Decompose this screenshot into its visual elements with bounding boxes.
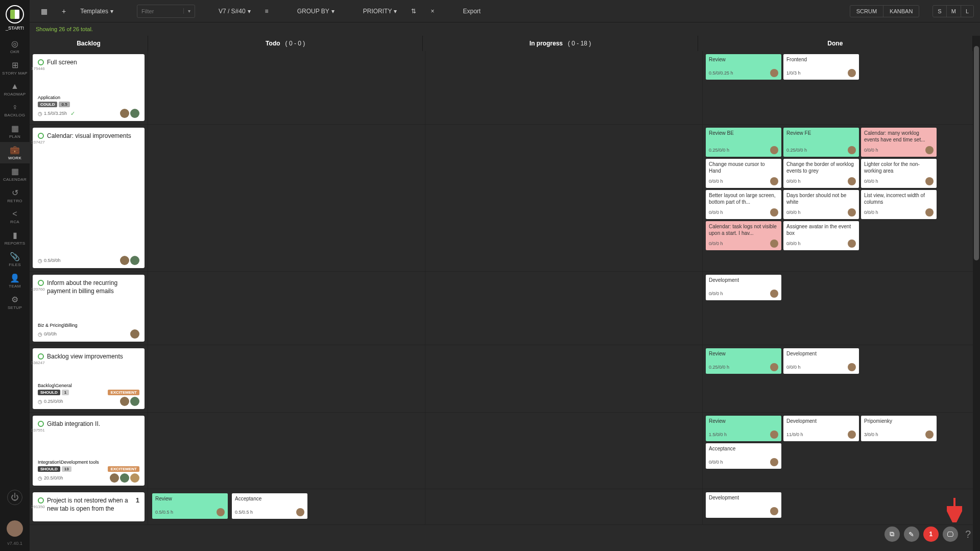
task-card[interactable]: Development11/0/0 h xyxy=(783,416,859,441)
task-avatar[interactable] xyxy=(770,290,778,298)
nav-calendar[interactable]: ▦CALENDAR xyxy=(0,163,30,185)
task-avatar[interactable] xyxy=(848,239,856,248)
task-avatar[interactable] xyxy=(848,430,856,439)
app-logo[interactable] xyxy=(6,5,24,23)
assignee-avatar[interactable] xyxy=(130,109,139,118)
task-card[interactable]: Development0/0/0 h xyxy=(783,348,859,374)
priority-dropdown[interactable]: PRIORITY ▾ xyxy=(358,5,402,18)
task-avatar[interactable] xyxy=(925,208,934,217)
task-card[interactable]: Better layout on large screen, bottom pa… xyxy=(706,190,781,219)
nav-okr[interactable]: ◎OKR xyxy=(0,36,30,57)
task-card[interactable]: Development xyxy=(706,492,781,518)
assignee-avatar[interactable] xyxy=(130,473,139,483)
task-card[interactable]: Review0.5/0/0.25 h xyxy=(706,54,781,80)
assignee-avatar[interactable] xyxy=(130,329,139,339)
task-card[interactable]: Review0.5/0.5 h xyxy=(152,493,228,519)
add-button[interactable]: + xyxy=(57,4,71,18)
nav-backlog[interactable]: ♀BACKLOG xyxy=(0,100,30,121)
task-card[interactable]: List view, incorrect width of columns0/0… xyxy=(861,190,937,219)
assignee-avatar[interactable] xyxy=(130,397,139,406)
fab-edit[interactable]: ✎ xyxy=(904,526,919,542)
size-l[interactable]: L xyxy=(961,6,973,17)
backlog-card[interactable]: Full screen 175446 Application COULD0.5 … xyxy=(33,54,145,121)
nav-files[interactable]: 📎FILES xyxy=(0,249,30,270)
filter-dropdown[interactable]: ▾ xyxy=(183,8,195,14)
groupby-dropdown[interactable]: GROUP BY ▾ xyxy=(292,5,340,18)
clear-sort[interactable]: × xyxy=(425,5,439,18)
task-card[interactable]: Review BE0.25/0/0 h xyxy=(706,128,781,157)
user-avatar[interactable] xyxy=(7,520,23,537)
task-avatar[interactable] xyxy=(770,458,778,466)
task-avatar[interactable] xyxy=(770,430,778,439)
task-avatar[interactable] xyxy=(770,177,778,185)
assignee-avatar[interactable] xyxy=(120,397,129,406)
task-card[interactable]: Lighter color for the non-working area0/… xyxy=(861,159,937,188)
task-avatar[interactable] xyxy=(770,239,778,248)
size-m[interactable]: M xyxy=(946,6,961,17)
task-avatar[interactable] xyxy=(925,430,934,439)
backlog-card[interactable]: Gitlab integration II. 337551 Integratio… xyxy=(33,416,145,486)
task-card[interactable]: Review FE0.25/0/0 h xyxy=(783,128,859,157)
assignee-avatar[interactable] xyxy=(110,473,119,483)
sprint-settings[interactable]: ≡ xyxy=(260,5,274,18)
power-button[interactable]: ⏻ xyxy=(7,490,22,505)
templates-dropdown[interactable]: Templates ▾ xyxy=(75,5,118,18)
task-avatar[interactable] xyxy=(770,507,778,515)
task-avatar[interactable] xyxy=(848,69,856,77)
nav-reports[interactable]: ▮REPORTS xyxy=(0,227,30,249)
vertical-scrollbar[interactable] xyxy=(973,36,980,551)
assignee-avatar[interactable] xyxy=(120,109,129,118)
task-avatar[interactable] xyxy=(848,146,856,154)
sort-button[interactable]: ⇅ xyxy=(406,5,421,18)
task-card[interactable]: Acceptance0.5/0.5 h xyxy=(232,493,307,519)
nav-plan[interactable]: ▦PLAN xyxy=(0,121,30,142)
fab-present[interactable]: 🖵 xyxy=(943,526,958,542)
task-avatar[interactable] xyxy=(770,363,778,371)
nav-work[interactable]: 💼WORK xyxy=(0,142,30,163)
nav-team[interactable]: 👤TEAM xyxy=(0,270,30,292)
task-avatar[interactable] xyxy=(925,177,934,185)
backlog-card[interactable]: Inform about the recurring payment in bi… xyxy=(33,275,145,342)
task-card[interactable]: Pripomienky3/0/0 h xyxy=(861,416,937,441)
task-card[interactable]: Review1.5/0/0 h xyxy=(706,416,781,441)
task-card[interactable]: Acceptance0/0/0 h xyxy=(706,443,781,469)
backlog-card[interactable]: Project is not restored when a new tab i… xyxy=(33,492,145,521)
scroll-thumb[interactable] xyxy=(974,46,979,260)
task-avatar[interactable] xyxy=(770,146,778,154)
backlog-card[interactable]: Calendar: visual improvements 337427 0.5… xyxy=(33,128,145,268)
nav-retro[interactable]: ↺RETRO xyxy=(0,185,30,206)
kanban-tab[interactable]: KANBAN xyxy=(883,6,919,17)
task-avatar[interactable] xyxy=(770,69,778,77)
task-card[interactable]: Change the border of worklog events to g… xyxy=(783,159,859,188)
task-card[interactable]: Change mouse cursor to Hand0/0/0 h xyxy=(706,159,781,188)
task-avatar[interactable] xyxy=(848,363,856,371)
export-button[interactable]: Export xyxy=(458,5,486,18)
task-card[interactable]: Review0.25/0/0 h xyxy=(706,348,781,374)
help-button[interactable]: ? xyxy=(965,529,971,540)
nav-setup[interactable]: ⚙SETUP xyxy=(0,292,30,313)
assignee-avatar[interactable] xyxy=(120,256,129,265)
scrum-tab[interactable]: SCRUM xyxy=(850,6,883,17)
task-avatar[interactable] xyxy=(296,508,304,516)
task-card[interactable]: Calendar: task logs not visible upon a s… xyxy=(706,221,781,250)
assignee-avatar[interactable] xyxy=(120,473,129,483)
backlog-card[interactable]: Backlog view improvements 336247 Backlog… xyxy=(33,348,145,409)
nav-roadmap[interactable]: ▲ROADMAP xyxy=(0,79,30,100)
task-avatar[interactable] xyxy=(848,208,856,217)
task-card[interactable]: Assignee avatar in the event box0/0/0 h xyxy=(783,221,859,250)
task-avatar[interactable] xyxy=(770,208,778,217)
task-card[interactable]: Development0/0/0 h xyxy=(706,275,781,300)
task-card[interactable]: Calendar: many worklog events have end t… xyxy=(861,128,937,157)
size-s[interactable]: S xyxy=(933,6,946,17)
task-card[interactable]: Frontend1/0/3 h xyxy=(783,54,859,80)
task-avatar[interactable] xyxy=(217,508,225,516)
fab-notification[interactable]: 1 xyxy=(923,526,939,542)
fab-copy[interactable]: ⧉ xyxy=(885,526,900,542)
nav-storymap[interactable]: ⊞STORY MAP xyxy=(0,57,30,79)
filter-input[interactable] xyxy=(137,8,183,14)
layout-button[interactable]: ▦ xyxy=(36,4,53,18)
task-card[interactable]: Days border should not be white0/0/0 h xyxy=(783,190,859,219)
task-avatar[interactable] xyxy=(925,146,934,154)
task-avatar[interactable] xyxy=(848,177,856,185)
nav-rca[interactable]: <RCA xyxy=(0,206,30,227)
